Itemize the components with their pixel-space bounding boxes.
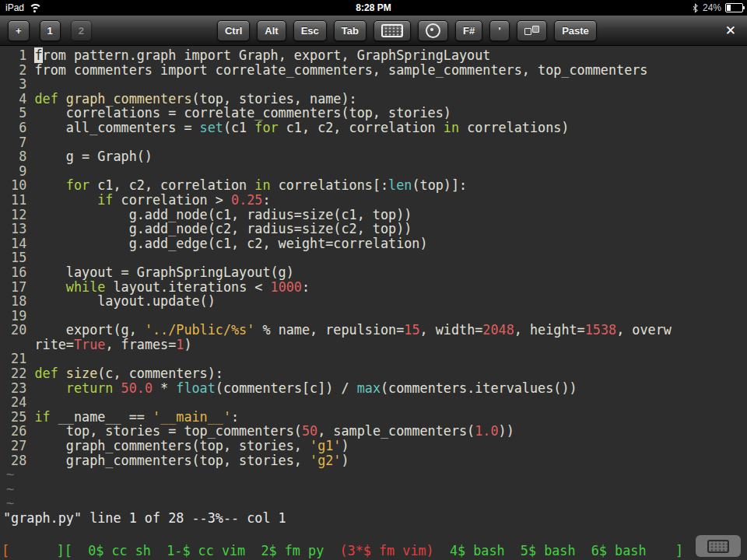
code-token: size [66, 366, 97, 381]
code-token: 1538 [585, 322, 616, 338]
code-line: 9 [3, 164, 747, 179]
session-2-button[interactable]: 2 [71, 20, 92, 41]
code-token: rite= [34, 337, 74, 352]
line-number: 17 [3, 279, 34, 295]
touch-controls-icon [524, 26, 539, 36]
code-token [58, 91, 66, 107]
line-number: 5 [3, 105, 34, 121]
tab-key-button[interactable]: Tab [334, 20, 366, 41]
code-token [34, 279, 65, 295]
code-token: '__main__' [153, 409, 231, 425]
code-token: % name, repulsion= [254, 322, 404, 338]
code-token: rom pattern.graph import Graph, export, … [43, 47, 491, 63]
code-token: def [34, 366, 58, 381]
code-token: , frames= [105, 337, 176, 352]
screen-bar-windows: [ ][ 0$ cc sh 1-$ cc vim 2$ fm py (3*$ f… [0, 544, 647, 558]
add-session-button[interactable]: + [8, 20, 30, 41]
wheel-button[interactable] [418, 20, 448, 41]
close-button[interactable]: ✕ [722, 21, 739, 40]
code-token: , overw [616, 322, 672, 338]
session-buttons: + 1 2 [8, 20, 92, 41]
app-window: iPad 8:28 PM 24% + 1 2 Ctrl Alt Esc Tab … [0, 0, 747, 560]
esc-key-button[interactable]: Esc [293, 20, 327, 41]
code-token [58, 366, 66, 381]
line-number: 6 [3, 120, 34, 135]
bluetooth-icon [692, 3, 699, 13]
code-token: : [262, 192, 270, 208]
line-number: 9 [3, 163, 34, 179]
quote-key-button[interactable]: ' [489, 20, 510, 41]
code-line: 27 graph_commenters(top, stories, 'g1') [3, 439, 747, 453]
session-1-button[interactable]: 1 [40, 20, 61, 41]
code-token: ) [184, 337, 191, 352]
fn-keys-button[interactable]: F# [455, 20, 482, 41]
line-number: 26 [3, 423, 34, 439]
terminal-screen[interactable]: 1 from pattern.graph import Graph, expor… [0, 46, 747, 560]
line-number: 23 [3, 380, 34, 396]
line-number: 2 [3, 62, 34, 78]
code-token: * [153, 380, 176, 396]
line-number: 4 [3, 91, 34, 107]
status-bar-right: 24% [692, 2, 747, 13]
code-token: )) [499, 423, 514, 439]
status-bar-left: iPad [0, 2, 40, 13]
code-token: g.add_node(c1, radius=size(c1, top)) [34, 207, 412, 222]
keyboard-layout-button[interactable] [374, 20, 411, 41]
code-line: 5 correlations = correlate_commenters(to… [3, 106, 747, 121]
code-token: 1000 [271, 279, 302, 295]
code-area: 1 from pattern.graph import Graph, expor… [0, 46, 747, 511]
cursor-block: f [34, 47, 42, 63]
code-line: 4 def graph_commenters(top, stories, nam… [3, 92, 747, 107]
line-number: 25 [3, 409, 34, 425]
code-line: 28 graph_commenters(top, stories, 'g2') [3, 453, 747, 468]
code-token: while [66, 279, 106, 295]
battery-icon [725, 3, 743, 12]
code-line: 26 top, stories = top_commenters(50, sam… [3, 424, 747, 439]
code-token: layout.iterations < [105, 279, 270, 295]
code-token: for [254, 120, 278, 135]
code-token: (top)]: [412, 177, 467, 193]
code-token: ) [341, 453, 349, 468]
paste-button[interactable]: Paste [554, 20, 597, 41]
code-token: export(g, [34, 322, 144, 338]
code-line: 12 g.add_node(c1, radius=size(c1, top)) [3, 208, 747, 222]
line-number: 3 [3, 76, 34, 92]
alt-key-button[interactable]: Alt [257, 20, 286, 41]
code-line: rite=True, frames=1) [3, 338, 747, 352]
code-token: 0.25 [231, 192, 262, 208]
code-line: 21 [3, 352, 747, 366]
line-number: 27 [3, 438, 34, 453]
ctrl-key-button[interactable]: Ctrl [217, 20, 250, 41]
wifi-icon [28, 4, 40, 12]
code-line: 1 from pattern.graph import Graph, expor… [3, 48, 747, 63]
screen-bar-segment: (3*$ fm vim) [339, 544, 433, 558]
code-token: for [66, 177, 89, 193]
code-token: 15 [404, 322, 419, 338]
code-line: 6 all_commenters = set(c1 for c1, c2, co… [3, 121, 747, 135]
code-token [34, 380, 65, 396]
show-keyboard-button[interactable] [696, 535, 741, 557]
screen-bar-segment: 0$ cc sh 1-$ cc vim 2$ fm py [72, 544, 340, 558]
code-line: 17 while layout.iterations < 1000: [3, 280, 747, 295]
code-token: graph_commenters(top, stories, [34, 438, 310, 453]
code-line: 11 if correlation > 0.25: [3, 193, 747, 208]
code-line: 10 for c1, c2, correlation in correlatio… [3, 178, 747, 193]
screen-bar-segment: [ [2, 544, 9, 558]
code-token: graph_commenters(top, stories, [34, 453, 310, 468]
empty-line-tilde: ~ [3, 482, 747, 497]
touch-controls-button[interactable] [517, 20, 547, 41]
code-token: set [200, 120, 223, 135]
code-token: g.add_node(c2, radius=size(c2, top)) [34, 221, 412, 236]
screen-bar-segment: ][ [9, 544, 72, 558]
code-line: 7 [3, 135, 747, 150]
screen-status-bar: [ ][ 0$ cc sh 1-$ cc vim 2$ fm py (3*$ f… [0, 544, 747, 558]
wifi-dot [33, 10, 36, 12]
toolbar-right: ✕ [722, 21, 739, 40]
code-line: 22 def size(c, commenters): [3, 366, 747, 381]
code-token: 1.0 [475, 423, 498, 439]
code-token: (c1 [223, 120, 254, 135]
code-token: True [74, 337, 105, 352]
screen-bar-right-bracket: ] [675, 544, 683, 558]
line-number: 8 [3, 149, 34, 164]
code-token: max [357, 380, 381, 396]
